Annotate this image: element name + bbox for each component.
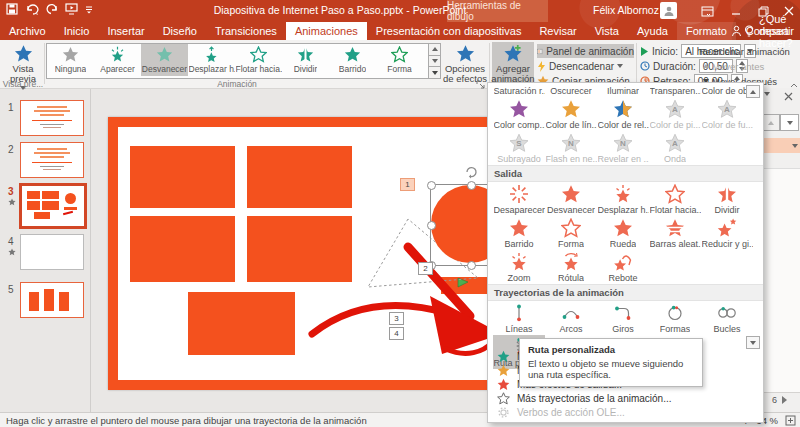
preview-button[interactable]: Vista previa	[2, 42, 44, 82]
gallery-scroll[interactable]	[428, 43, 441, 79]
pane-close-icon[interactable]	[784, 92, 793, 101]
menu-m-s-trayectorias-de-la-animaci-n-[interactable]: Más trayectorias de la animación...	[488, 391, 761, 405]
resize-handle[interactable]	[467, 181, 476, 190]
effect-color-comp-[interactable]: Color comp...	[493, 97, 545, 131]
customize-qat-icon[interactable]	[85, 4, 93, 14]
effect-giros[interactable]: Giros	[597, 301, 649, 335]
gallery-item-aparecer[interactable]: Aparecer	[94, 44, 141, 76]
gallery-scroll-down[interactable]	[428, 56, 441, 68]
gallery-item-flotar-hacia-[interactable]: Flotar hacia...	[235, 44, 282, 76]
effect-flotar-hacia-[interactable]: Flotar hacia...	[649, 182, 701, 216]
timeline-scroll-right-icon[interactable]	[781, 396, 787, 404]
slide-rectangle[interactable]	[247, 146, 352, 208]
effect-r-tula[interactable]: Rótula	[545, 250, 597, 284]
effect-barrido[interactable]: Barrido	[493, 216, 545, 250]
effect-iluminar[interactable]: Iluminar	[597, 83, 649, 97]
slide-thumbnail-4[interactable]	[20, 234, 84, 270]
add-animation-button[interactable]: Agregar animación	[492, 42, 534, 82]
animation-order-badge-3[interactable]: 3	[389, 312, 404, 325]
tab-insertar[interactable]: Insertar	[98, 22, 153, 40]
share-button[interactable]: Compartir	[731, 22, 794, 40]
slide-thumbnail-2[interactable]	[20, 142, 84, 178]
effect-dividir[interactable]: Dividir	[701, 182, 753, 216]
slide-rectangle[interactable]	[247, 216, 352, 282]
tab-archivo[interactable]: Archivo	[0, 22, 55, 40]
effect-desvanecer[interactable]: Desvanecer	[545, 182, 597, 216]
svg-text:N: N	[620, 139, 626, 148]
slide-rectangle[interactable]	[130, 146, 235, 208]
slide-thumbnail-1[interactable]	[20, 100, 84, 136]
trigger-button[interactable]: Desencadenar	[537, 59, 634, 73]
animation-pane-button[interactable]: Panel de animación	[537, 44, 634, 58]
save-icon[interactable]	[6, 3, 18, 15]
fit-to-window-icon[interactable]	[785, 415, 796, 426]
dropdown-scroll-up[interactable]	[746, 85, 760, 98]
effect-oscurecer[interactable]: Oscurecer	[545, 83, 597, 97]
effect-reducir-y-gi-[interactable]: Reducir y gi...	[701, 216, 753, 250]
dropdown-scroll-down[interactable]	[746, 336, 760, 349]
pane-menu-icon[interactable]	[764, 96, 770, 108]
tab-vista[interactable]: Vista	[586, 22, 628, 40]
redo-icon[interactable]	[46, 3, 58, 15]
minimize-button[interactable]	[724, 0, 748, 22]
resize-handle[interactable]	[427, 181, 436, 190]
dropdown-section-salida: Salida	[488, 165, 763, 182]
slide-rectangle[interactable]	[188, 292, 295, 355]
animation-indicator-star-icon[interactable]	[8, 198, 16, 206]
effect-forma[interactable]: Forma	[545, 216, 597, 250]
effect-color-de-l-n-[interactable]: Color de lín...	[545, 97, 597, 131]
rotation-handle-icon[interactable]	[464, 165, 478, 179]
resize-handle[interactable]	[467, 261, 476, 270]
effect-rueda[interactable]: Rueda	[597, 216, 649, 250]
gallery-item-barrido[interactable]: Barrido	[329, 44, 376, 76]
animation-indicator-star-icon[interactable]	[8, 248, 16, 256]
effect-color-de-rel-[interactable]: Color de rel...	[597, 97, 649, 131]
animation-order-badge-1[interactable]: 1	[400, 178, 415, 191]
animation-order-badge-2[interactable]: 2	[418, 262, 433, 275]
effect-zoom[interactable]: Zoom	[493, 250, 545, 284]
gallery-item-forma[interactable]: Forma	[376, 44, 423, 76]
undo-icon[interactable]	[25, 3, 39, 15]
effect-saturaci-n-r-[interactable]: Saturación r...	[493, 83, 545, 97]
effect-rebote[interactable]: Rebote	[597, 250, 649, 284]
powerpoint-window: Herramientas de dibujo Diapositiva de In…	[0, 0, 800, 427]
ribbon-display-options-icon[interactable]	[695, 0, 719, 22]
gallery-scroll-up[interactable]	[428, 43, 441, 56]
move-earlier-button[interactable]: Mover antes	[703, 59, 764, 73]
effect-formas[interactable]: Formas	[649, 301, 701, 335]
gallery-item-desvanecer[interactable]: Desvanecer	[141, 44, 188, 76]
effect-barras-aleat-[interactable]: Barras aleat...	[649, 216, 701, 250]
effect-desplazar-h-[interactable]: Desplazar h...	[597, 182, 649, 216]
tab-transiciones[interactable]: Transiciones	[206, 22, 286, 40]
animation-order-badge-4[interactable]: 4	[389, 327, 404, 340]
tab-revisar[interactable]: Revisar	[530, 22, 585, 40]
gallery-item-dividir[interactable]: Dividir	[282, 44, 329, 76]
tab-dise-o[interactable]: Diseño	[154, 22, 206, 40]
slide-rectangle[interactable]	[130, 216, 235, 282]
avatar[interactable]	[660, 2, 677, 19]
slide-thumbnail-3[interactable]	[20, 184, 86, 228]
pane-move-down-button[interactable]	[780, 114, 799, 131]
effect-desaparecer[interactable]: Desaparecer	[493, 182, 545, 216]
tab-formato[interactable]: Formato	[677, 22, 736, 40]
resize-handle[interactable]	[427, 221, 436, 230]
dropdown-gallery: Saturación r...OscurecerIluminarTranspar…	[488, 83, 763, 369]
slide-thumbnail-5[interactable]	[20, 282, 84, 318]
tab-presentaci-n-con-diapositivas[interactable]: Presentación con diapositivas	[367, 22, 531, 40]
pane-animation-item[interactable]	[758, 138, 800, 153]
svg-text:N: N	[568, 139, 574, 148]
start-presentation-icon[interactable]	[65, 3, 78, 15]
gallery-item-ninguna[interactable]: Ninguna	[47, 44, 94, 76]
gallery-item-desplazar-h-[interactable]: Desplazar h...	[188, 44, 235, 76]
effect-l-neas[interactable]: Líneas	[493, 301, 545, 335]
user-name[interactable]: Félix Albornoz	[593, 4, 659, 16]
tab-ayuda[interactable]: Ayuda	[628, 22, 677, 40]
gallery-more-button[interactable]	[428, 67, 441, 79]
effect-arcos[interactable]: Arcos	[545, 301, 597, 335]
tab-animaciones[interactable]: Animaciones	[286, 22, 367, 40]
trigger-label: Desencadenar	[549, 61, 614, 72]
effect-bucles[interactable]: Bucles	[701, 301, 753, 335]
tab-inicio[interactable]: Inicio	[55, 22, 99, 40]
effect-options-button[interactable]: Opciones de efectos	[443, 42, 487, 82]
effect-transparen-[interactable]: Transparen...	[649, 83, 701, 97]
